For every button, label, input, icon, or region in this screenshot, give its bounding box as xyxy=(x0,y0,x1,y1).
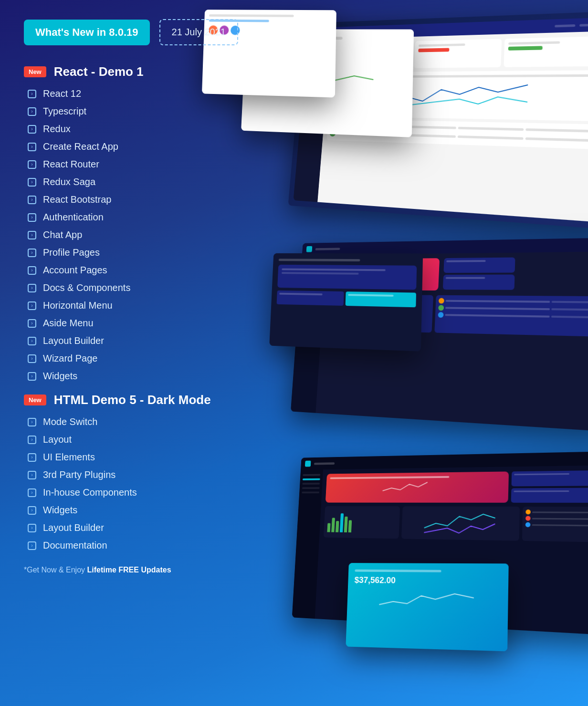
item-label: React Router xyxy=(43,159,99,170)
list-item[interactable]: › Widgets xyxy=(24,367,224,385)
item-label: Redux xyxy=(43,124,71,135)
header: What's New in 8.0.19 21 July 2021 xyxy=(24,19,224,45)
chevron-right-icon: › xyxy=(28,319,36,328)
chevron-right-icon: › xyxy=(28,506,36,515)
section1-title-text: React - Demo 1 xyxy=(54,64,144,79)
list-item[interactable]: › Layout Builder xyxy=(24,332,224,350)
chevron-right-icon: › xyxy=(28,541,36,550)
item-label: Typescript xyxy=(43,106,86,117)
footer-text-bold: Lifetime FREE Updates xyxy=(87,566,171,574)
chevron-right-icon: › xyxy=(28,284,36,292)
item-label: Authentication xyxy=(43,212,104,223)
list-item[interactable]: › 3rd Party Plugins xyxy=(24,466,224,484)
list-item[interactable]: › Redux Saga xyxy=(24,173,224,191)
new-badge-2: New xyxy=(24,395,46,405)
list-item[interactable]: › Account Pages xyxy=(24,261,224,279)
section2-title: New HTML Demo 5 - Dark Mode xyxy=(24,393,224,407)
chevron-right-icon: › xyxy=(28,213,36,222)
item-label: Layout xyxy=(43,434,72,445)
list-item[interactable]: › Documentation xyxy=(24,537,224,554)
item-label: Profile Pages xyxy=(43,247,100,258)
list-item[interactable]: › Wizard Page xyxy=(24,350,224,367)
list-item[interactable]: › Aside Menu xyxy=(24,314,224,332)
list-item[interactable]: › UI Elements xyxy=(24,448,224,466)
chevron-right-icon: › xyxy=(28,488,36,497)
chevron-right-icon: › xyxy=(28,418,36,426)
list-item[interactable]: › In-house Components xyxy=(24,484,224,501)
item-label: In-house Components xyxy=(43,487,137,498)
whats-new-badge: What's New in 8.0.19 xyxy=(24,20,150,45)
chevron-right-icon: › xyxy=(28,249,36,257)
chevron-right-icon: › xyxy=(28,453,36,462)
list-item[interactable]: › Docs & Components xyxy=(24,279,224,297)
item-label: Layout Builder xyxy=(43,335,104,346)
item-label: Docs & Components xyxy=(43,282,130,293)
list-item[interactable]: › Typescript xyxy=(24,103,224,120)
list-item[interactable]: › Create React App xyxy=(24,138,224,156)
chevron-right-icon: › xyxy=(28,301,36,310)
item-label: Mode Switch xyxy=(43,416,98,427)
chevron-right-icon: › xyxy=(28,107,36,116)
list-item[interactable]: › React 12 xyxy=(24,85,224,103)
chevron-right-icon: › xyxy=(28,337,36,345)
screenshot-stack: 237 xyxy=(230,0,588,706)
chevron-right-icon: › xyxy=(28,90,36,98)
chevron-right-icon: › xyxy=(28,266,36,275)
item-label: Account Pages xyxy=(43,265,107,276)
chevron-right-icon: › xyxy=(28,471,36,479)
item-label: Horizontal Menu xyxy=(43,300,113,311)
list-item[interactable]: › Profile Pages xyxy=(24,244,224,261)
item-label: Documentation xyxy=(43,540,107,551)
section1-title: New React - Demo 1 xyxy=(24,64,224,79)
list-item[interactable]: › Redux xyxy=(24,120,224,138)
item-label: 3rd Party Plugins xyxy=(43,469,116,480)
item-label: Widgets xyxy=(43,371,77,382)
chevron-right-icon: › xyxy=(28,524,36,532)
left-panel: What's New in 8.0.19 21 July 2021 New Re… xyxy=(0,0,248,593)
list-item[interactable]: › Layout Builder xyxy=(24,519,224,537)
section2: New HTML Demo 5 - Dark Mode › Mode Switc… xyxy=(24,393,224,554)
section1-list: › React 12 › Typescript › Redux › Create… xyxy=(24,85,224,385)
chevron-right-icon: › xyxy=(28,436,36,444)
chevron-right-icon: › xyxy=(28,354,36,363)
list-item[interactable]: › Chat App xyxy=(24,226,224,244)
item-label: Create React App xyxy=(43,141,118,152)
new-badge-1: New xyxy=(24,66,46,77)
item-label: Layout Builder xyxy=(43,522,104,533)
screenshot-card-mid xyxy=(269,253,423,352)
item-label: Chat App xyxy=(43,229,82,240)
chevron-right-icon: › xyxy=(28,160,36,169)
item-label: React 12 xyxy=(43,88,81,99)
section2-title-text: HTML Demo 5 - Dark Mode xyxy=(54,393,211,407)
list-item[interactable]: › Authentication xyxy=(24,208,224,226)
item-label: React Bootstrap xyxy=(43,194,111,205)
item-label: UI Elements xyxy=(43,452,95,463)
item-label: Aside Menu xyxy=(43,318,94,329)
list-item[interactable]: › Horizontal Menu xyxy=(24,297,224,314)
section2-list: › Mode Switch › Layout › UI Elements › 3… xyxy=(24,413,224,554)
chevron-right-icon: › xyxy=(28,125,36,134)
chevron-right-icon: › xyxy=(28,178,36,187)
chevron-right-icon: › xyxy=(28,196,36,204)
chevron-right-icon: › xyxy=(28,231,36,239)
item-label: Widgets xyxy=(43,505,77,516)
footer-text-normal: *Get Now & Enjoy xyxy=(24,566,87,574)
list-item[interactable]: › React Bootstrap xyxy=(24,191,224,208)
footer-note: *Get Now & Enjoy Lifetime FREE Updates xyxy=(24,566,224,574)
list-item[interactable]: › Mode Switch xyxy=(24,413,224,431)
list-item[interactable]: › Widgets xyxy=(24,501,224,519)
item-label: Redux Saga xyxy=(43,176,95,187)
right-panel: 237 xyxy=(230,0,588,706)
item-label: Wizard Page xyxy=(43,353,98,364)
list-item[interactable]: › React Router xyxy=(24,156,224,173)
screenshot-card-bottom: $37,562.00 xyxy=(346,563,508,651)
chevron-right-icon: › xyxy=(28,143,36,151)
chevron-right-icon: › xyxy=(28,372,36,381)
date-badge: 21 July 2021 xyxy=(159,19,238,45)
list-item[interactable]: › Layout xyxy=(24,431,224,448)
